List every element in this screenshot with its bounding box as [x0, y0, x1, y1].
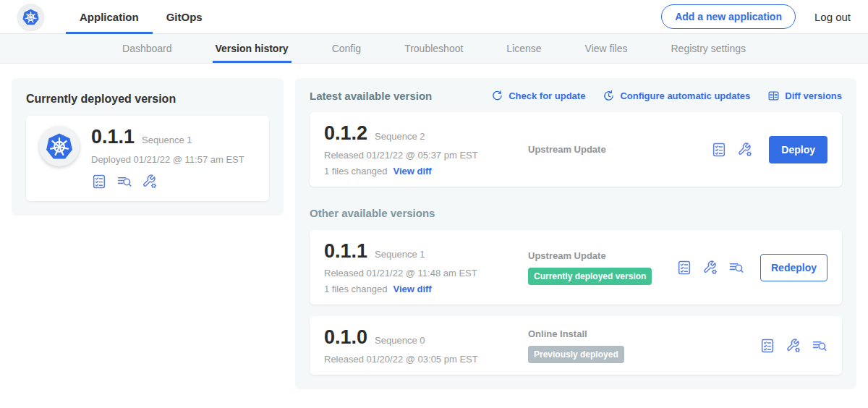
- version-number: 0.1.1: [324, 240, 367, 263]
- released-timestamp: Released 01/21/22 @ 11:48 am EST: [324, 268, 528, 279]
- check-for-update-label: Check for update: [509, 90, 585, 101]
- version-sequence: Sequence 1: [375, 249, 425, 260]
- kubernetes-logo-icon: [21, 7, 41, 27]
- edit-config-icon[interactable]: [786, 338, 801, 354]
- edit-config-icon[interactable]: [142, 174, 158, 190]
- other-available-heading: Other available versions: [310, 207, 842, 219]
- tab-gitops[interactable]: GitOps: [153, 0, 216, 33]
- schedule-icon: [603, 90, 615, 102]
- view-diff-link[interactable]: View diff: [393, 284, 431, 294]
- version-source-cell: Upstream Update: [528, 144, 711, 155]
- status-badge: Currently deployed version: [528, 268, 652, 285]
- subnav-tab-troubleshoot[interactable]: Troubleshoot: [404, 34, 463, 63]
- version-source: Upstream Update: [528, 250, 676, 261]
- version-info: 0.1.2 Sequence 2 Released 01/21/22 @ 05:…: [324, 122, 528, 177]
- panel-header: Latest available version Check for updat…: [310, 90, 842, 102]
- currently-deployed-card: Currently deployed version 0.1.1 Sequenc…: [12, 78, 284, 216]
- deployed-version-info: 0.1.1 Sequence 1 Deployed 01/21/22 @ 11:…: [91, 126, 244, 190]
- files-changed: 1 files changed: [324, 166, 387, 177]
- version-row: 0.1.1 Sequence 1 Released 01/21/22 @ 11:…: [310, 230, 842, 305]
- preflight-checks-icon[interactable]: [676, 260, 692, 276]
- diff-icon: [767, 90, 780, 102]
- tab-application-label: Application: [80, 11, 139, 23]
- tab-gitops-label: GitOps: [166, 11, 203, 23]
- preflight-checks-icon[interactable]: [91, 174, 107, 190]
- version-row: 0.1.2 Sequence 2 Released 01/21/22 @ 05:…: [310, 112, 842, 187]
- version-info: 0.1.1 Sequence 1 Released 01/21/22 @ 11:…: [324, 240, 528, 294]
- version-source-cell: Online Install Previously deployed: [528, 328, 760, 363]
- version-sequence: Sequence 2: [375, 131, 425, 142]
- subnav-tab-version-history[interactable]: Version history: [216, 34, 289, 63]
- app-icon: [39, 126, 80, 166]
- deploy-logs-icon[interactable]: [812, 338, 827, 354]
- version-source-cell: Upstream Update Currently deployed versi…: [528, 250, 676, 285]
- view-diff-link[interactable]: View diff: [393, 166, 431, 177]
- diff-versions-link[interactable]: Diff versions: [767, 90, 842, 102]
- released-timestamp: Released 01/21/22 @ 05:37 pm EST: [324, 150, 528, 161]
- deployed-version-card: 0.1.1 Sequence 1 Deployed 01/21/22 @ 11:…: [26, 116, 269, 201]
- version-number: 0.1.0: [324, 326, 367, 349]
- check-for-update-link[interactable]: Check for update: [491, 90, 585, 102]
- version-actions: Redeploy: [676, 254, 827, 281]
- subnav-tab-dashboard[interactable]: Dashboard: [122, 34, 172, 63]
- deploy-logs-icon[interactable]: [728, 260, 744, 276]
- preflight-checks-icon[interactable]: [760, 338, 775, 354]
- edit-config-icon[interactable]: [737, 142, 753, 158]
- edit-config-icon[interactable]: [702, 260, 718, 276]
- panel-actions: Check for update Configure automatic upd…: [491, 90, 842, 102]
- released-timestamp: Released 01/20/22 @ 03:05 pm EST: [324, 354, 528, 365]
- configure-automatic-updates-label: Configure automatic updates: [620, 90, 750, 101]
- version-actions: Deploy: [711, 136, 827, 163]
- logout-link[interactable]: Log out: [814, 11, 851, 23]
- main-content: Currently deployed version 0.1.1 Sequenc…: [0, 64, 868, 404]
- kubernetes-logo-icon: [43, 130, 75, 162]
- tab-application[interactable]: Application: [66, 0, 153, 33]
- deploy-button[interactable]: Deploy: [769, 136, 827, 163]
- version-number: 0.1.2: [324, 122, 367, 145]
- diff-versions-label: Diff versions: [785, 90, 842, 101]
- configure-automatic-updates-link[interactable]: Configure automatic updates: [603, 90, 750, 102]
- version-info: 0.1.0 Sequence 0 Released 01/20/22 @ 03:…: [324, 326, 528, 365]
- deployed-timestamp: Deployed 01/21/22 @ 11:57 am EST: [91, 154, 244, 165]
- app-logo: [17, 4, 44, 30]
- subnav-tab-config[interactable]: Config: [332, 34, 361, 63]
- add-application-button[interactable]: Add a new application: [661, 4, 796, 29]
- deployed-version-number: 0.1.1: [91, 126, 135, 148]
- top-bar: Application GitOps Add a new application…: [0, 0, 868, 34]
- subnav-tab-registry-settings[interactable]: Registry settings: [671, 34, 746, 63]
- version-actions: [760, 338, 827, 354]
- app-subnav: Dashboard Version history Config Trouble…: [0, 34, 868, 64]
- version-row: 0.1.0 Sequence 0 Released 01/20/22 @ 03:…: [310, 316, 842, 375]
- version-source: Upstream Update: [528, 144, 711, 155]
- redeploy-button[interactable]: Redeploy: [760, 254, 827, 281]
- subnav-tab-view-files[interactable]: View files: [585, 34, 628, 63]
- top-nav: Application GitOps: [66, 0, 216, 33]
- version-history-panel: Latest available version Check for updat…: [295, 78, 856, 389]
- files-changed: 1 files changed: [324, 284, 387, 294]
- subnav-tab-license[interactable]: License: [506, 34, 541, 63]
- version-sequence: Sequence 0: [375, 335, 425, 346]
- version-source: Online Install: [528, 328, 760, 339]
- deployed-sequence: Sequence 1: [142, 135, 192, 145]
- deploy-logs-icon[interactable]: [116, 174, 132, 190]
- currently-deployed-title: Currently deployed version: [26, 93, 269, 106]
- refresh-icon: [491, 90, 503, 102]
- preflight-checks-icon[interactable]: [711, 142, 727, 158]
- latest-available-title: Latest available version: [310, 90, 432, 102]
- status-badge: Previously deployed: [528, 346, 624, 363]
